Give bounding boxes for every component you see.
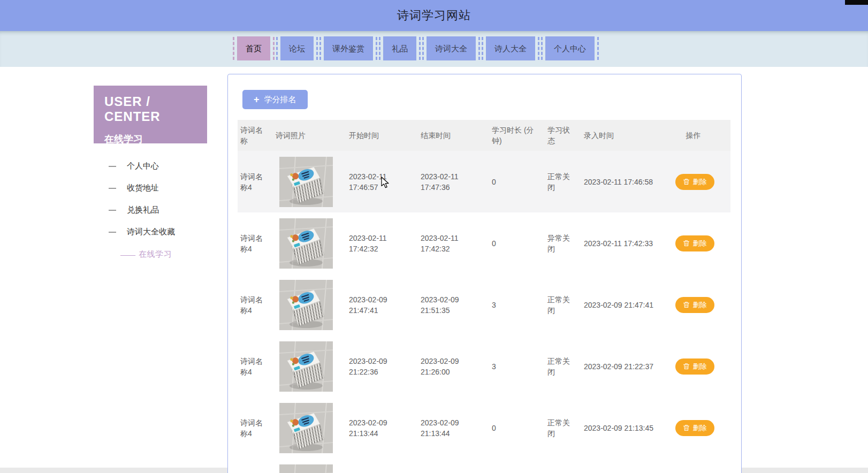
sidebar-menu-item[interactable]: 个人中心 <box>109 155 207 177</box>
page: 诗词学习网站 首页论坛课外鉴赏礼品诗词大全诗人大全个人中心 USER / CEN… <box>0 0 868 473</box>
cell-status: 正常关闭 <box>545 294 581 316</box>
cell-entered-time: 2023-02-09 21:47:41 <box>581 300 659 310</box>
delete-button-label: 删除 <box>693 300 707 310</box>
cell-duration: 0 <box>489 423 545 433</box>
menu-item-label: 收货地址 <box>127 183 159 193</box>
header-cell-action: 操作 <box>659 125 730 146</box>
sidebar-menu-item[interactable]: 收货地址 <box>109 177 207 199</box>
delete-button[interactable]: 删除 <box>675 297 714 313</box>
nav-tab[interactable]: 论坛 <box>280 36 314 60</box>
cell-status: 正常关闭 <box>545 417 581 439</box>
delete-button[interactable]: 删除 <box>675 358 714 375</box>
header-cell-name: 诗词名称 <box>238 120 273 151</box>
cell-end-time: 2023-02-09 21:51:35 <box>418 294 489 316</box>
main-nav: 首页论坛课外鉴赏礼品诗词大全诗人大全个人中心 <box>0 31 868 67</box>
cell-poem-photo <box>273 403 346 453</box>
trash-icon <box>683 424 690 431</box>
table-row: 删除 <box>238 459 730 473</box>
cell-status: 正常关闭 <box>545 171 581 193</box>
sidebar-menu-item[interactable]: 兑换礼品 <box>109 199 207 221</box>
delete-button[interactable]: 删除 <box>675 174 714 190</box>
nav-tab[interactable]: 礼品 <box>383 36 416 60</box>
magazine-stack-photo <box>279 157 333 207</box>
cell-duration: 0 <box>489 177 545 187</box>
trash-icon <box>683 178 690 185</box>
cell-poem-name: 诗词名称4 <box>238 233 273 254</box>
cell-end-time: 2023-02-11 17:47:36 <box>418 171 489 193</box>
cell-status: 正常关闭 <box>545 356 581 377</box>
trash-icon <box>683 363 690 370</box>
sidebar-subitem-online-learning[interactable]: —— 在线学习 <box>120 244 207 264</box>
header-cell-duration: 学习时长 (分钟) <box>489 120 545 151</box>
cell-duration: 0 <box>489 238 545 249</box>
nav-tab[interactable]: 首页 <box>237 36 270 60</box>
cell-end-time: 2023-02-09 21:13:44 <box>418 417 489 439</box>
cell-status: 异常关闭 <box>545 233 581 254</box>
magazine-stack-photo <box>279 218 333 269</box>
table-row: 诗词名称4 <box>238 397 730 459</box>
delete-button-label: 删除 <box>693 423 707 433</box>
sidebar: USER / CENTER 在线学习 个人中心收货地址兑换礼品诗词大全收藏 ——… <box>94 86 207 264</box>
cell-poem-name: 诗词名称4 <box>238 171 273 193</box>
delete-button[interactable]: 删除 <box>675 420 714 436</box>
menu-dash-icon <box>109 166 116 167</box>
menu-dash-icon <box>109 188 116 189</box>
delete-button-label: 删除 <box>693 177 707 187</box>
cell-duration: 3 <box>489 300 545 310</box>
cell-start-time: 2023-02-09 21:13:44 <box>346 417 418 439</box>
table-body: 诗词名称4 <box>238 151 730 473</box>
sidebar-menu: 个人中心收货地址兑换礼品诗词大全收藏 <box>94 155 207 243</box>
sidebar-menu-item[interactable]: 诗词大全收藏 <box>109 221 207 243</box>
user-center-title: USER / CENTER <box>104 94 196 124</box>
header-cell-photo: 诗词照片 <box>273 125 346 146</box>
menu-dash-icon <box>109 232 116 233</box>
cell-entered-time: 2023-02-09 21:22:37 <box>581 361 659 372</box>
magazine-stack-photo <box>279 280 333 330</box>
credit-ranking-button[interactable]: + 学分排名 <box>242 90 308 109</box>
nav-tab[interactable]: 课外鉴赏 <box>324 36 373 60</box>
header-cell-end: 结束时间 <box>418 125 489 146</box>
cell-entered-time: 2023-02-11 17:46:58 <box>581 177 659 187</box>
table-header: 诗词名称 诗词照片 开始时间 结束时间 学习时长 (分钟) 学习状态 录入时间 … <box>238 120 730 151</box>
table-row: 诗词名称4 <box>238 212 730 274</box>
menu-item-label: 个人中心 <box>127 161 159 171</box>
table-row: 诗词名称4 <box>238 151 730 212</box>
user-center-subtitle: 在线学习 <box>104 133 196 146</box>
cell-poem-name: 诗词名称4 <box>238 356 273 377</box>
nav-tab[interactable]: 诗人大全 <box>486 36 535 60</box>
cell-entered-time: 2023-02-11 17:42:33 <box>581 238 659 249</box>
cell-action: 删除 <box>659 174 730 190</box>
delete-button-label: 删除 <box>693 239 707 248</box>
cell-entered-time: 2023-02-09 21:13:45 <box>581 423 659 433</box>
cell-poem-photo <box>273 218 346 269</box>
cell-action: 删除 <box>659 235 730 251</box>
cell-poem-photo <box>273 464 346 473</box>
magazine-stack-photo <box>279 464 333 473</box>
window-corner-artifact <box>845 0 868 5</box>
plus-icon: + <box>254 95 260 104</box>
delete-button[interactable]: 删除 <box>675 235 714 251</box>
subitem-dash-icon: —— <box>120 250 134 259</box>
app-header: 诗词学习网站 <box>0 0 868 31</box>
trash-icon <box>683 240 690 247</box>
cell-start-time: 2023-02-11 17:42:32 <box>346 233 418 254</box>
nav-tab[interactable]: 个人中心 <box>545 36 595 60</box>
magazine-stack-photo <box>279 403 333 453</box>
content-panel: + 学分排名 诗词名称 诗词照片 开始时间 结束时间 学习时长 (分钟) 学习状… <box>227 74 742 473</box>
cell-start-time: 2023-02-09 21:47:41 <box>346 294 418 316</box>
table-row: 诗词名称4 <box>238 335 730 397</box>
app-title: 诗词学习网站 <box>397 7 471 24</box>
nav-tabs: 首页论坛课外鉴赏礼品诗词大全诗人大全个人中心 <box>237 36 595 60</box>
cell-action: 删除 <box>659 358 730 375</box>
cell-end-time: 2023-02-11 17:42:32 <box>418 233 489 254</box>
menu-item-label: 诗词大全收藏 <box>127 227 175 237</box>
header-cell-start: 开始时间 <box>346 125 418 146</box>
magazine-stack-photo <box>279 341 333 392</box>
trash-icon <box>683 301 690 308</box>
credit-ranking-label: 学分排名 <box>264 95 296 105</box>
nav-tab[interactable]: 诗词大全 <box>427 36 476 60</box>
cell-poem-photo <box>273 341 346 392</box>
table-row: 诗词名称4 <box>238 274 730 335</box>
cell-poem-photo <box>273 280 346 330</box>
cell-start-time: 2023-02-09 21:22:36 <box>346 356 418 377</box>
